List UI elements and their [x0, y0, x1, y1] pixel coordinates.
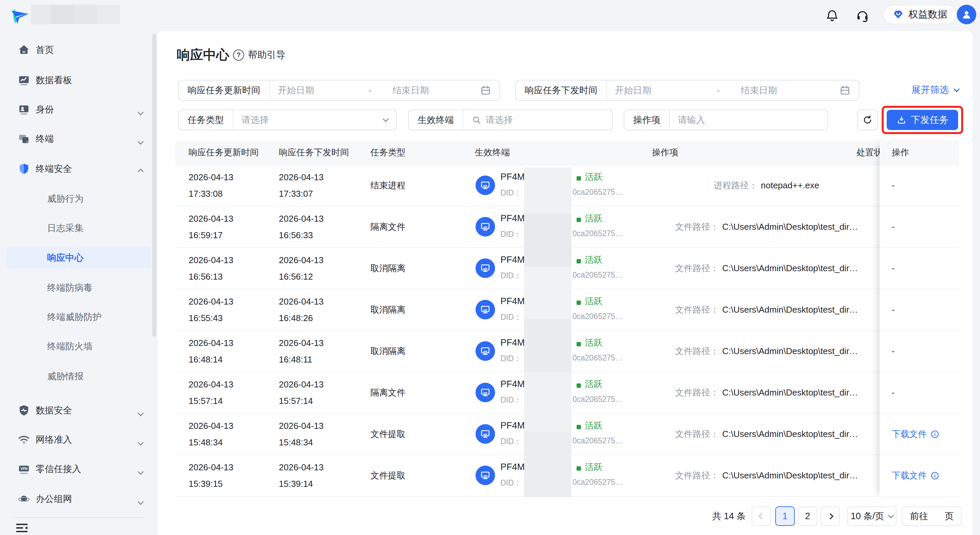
dashboard-icon	[18, 74, 30, 87]
search-icon	[471, 115, 482, 125]
filter-dispatch-time-label: 响应任务下发时间	[516, 81, 607, 100]
info-icon[interactable]	[930, 471, 940, 481]
download-file-link[interactable]: 下载文件	[892, 470, 940, 481]
sidebar-item-sub-11[interactable]: 威胁情报	[0, 365, 158, 387]
active-status-dot	[577, 176, 581, 181]
prev-page-button[interactable]	[752, 506, 771, 526]
operation-empty: -	[892, 263, 895, 274]
date-separator: -	[365, 85, 375, 96]
terminal-monitor-icon	[476, 217, 495, 237]
sidebar-item-sub-7[interactable]: 响应中心	[6, 247, 151, 269]
sidebar-item-sub-6[interactable]: 日志采集	[0, 217, 158, 239]
terminal-did-suffix: 0ca2065275…	[573, 436, 623, 445]
action-item-input[interactable]: 请输入	[670, 114, 827, 126]
start-date-placeholder[interactable]: 开始日期	[278, 84, 365, 96]
terminal-monitor-icon	[476, 466, 495, 485]
sidebar-item-sub-9[interactable]: 终端威胁防护	[0, 306, 158, 328]
sidebar-item-data-shield[interactable]: 数据安全	[0, 399, 158, 422]
expand-filters-link[interactable]: 展开筛选	[911, 84, 959, 96]
redaction-logo-text	[31, 5, 120, 24]
help-question-icon: ?	[233, 49, 244, 61]
sidebar-item-vpn[interactable]: VPN零信任接入	[0, 458, 158, 480]
goto-page-box: 前往 页	[902, 506, 962, 526]
active-status-dot	[577, 466, 581, 471]
col-operation: 操作	[880, 140, 959, 165]
sidebar-item-label: 终端安全	[36, 163, 72, 175]
dispatch-time-range-input[interactable]: 开始日期 - 结束日期	[607, 84, 859, 96]
sidebar-item-label: 零信任接入	[36, 463, 81, 475]
goto-suffix-label: 页	[945, 510, 954, 522]
terminal-status: 活跃	[585, 461, 603, 473]
sidebar-item-sub-10[interactable]: 终端防火墙	[0, 335, 158, 357]
user-avatar[interactable]	[957, 5, 976, 24]
terminal-monitor-icon	[476, 424, 495, 444]
terminal-status: 活跃	[585, 213, 603, 225]
update-time-range-input[interactable]: 开始日期 - 结束日期	[270, 84, 500, 96]
sidebar-collapse-button[interactable]	[14, 520, 30, 534]
action-item-value: notepad++.exe	[761, 180, 819, 191]
info-icon[interactable]	[930, 430, 940, 439]
filter-update-time-label: 响应任务更新时间	[179, 81, 270, 100]
start-date-placeholder[interactable]: 开始日期	[615, 84, 714, 96]
terminal-did-suffix: 0ca2065275…	[573, 229, 623, 238]
operation-empty: -	[892, 180, 895, 191]
sidebar-item-sub-8[interactable]: 终端防病毒	[0, 277, 158, 299]
calendar-icon[interactable]	[480, 84, 492, 96]
benefits-data-button[interactable]: 权益数据	[883, 5, 957, 24]
action-item-value: C:\Users\Admin\Desktop\test_dir…	[722, 304, 858, 315]
sidebar-item-sub-5[interactable]: 威胁行为	[0, 188, 158, 210]
sidebar-item-dashboard[interactable]: 数据看板	[0, 69, 158, 91]
sidebar-item-label: 网络准入	[36, 433, 72, 446]
sidebar-item-shield[interactable]: 终端安全	[0, 158, 158, 180]
notification-bell-icon[interactable]	[825, 8, 839, 22]
terminal-search-select[interactable]: 请选择	[463, 114, 612, 126]
task-type-select[interactable]: 请选择	[233, 114, 396, 126]
end-date-placeholder[interactable]: 结束日期	[723, 84, 840, 96]
end-date-placeholder[interactable]: 结束日期	[375, 84, 480, 96]
dispatch-task-label: 下发任务	[911, 113, 949, 126]
sidebar-item-label: 数据看板	[36, 74, 72, 86]
action-item-value: C:\Users\Admin\Desktop\test_dir…	[722, 387, 858, 398]
next-page-button[interactable]	[820, 506, 840, 526]
app-logo-icon	[10, 5, 30, 25]
sidebar-item-wifi[interactable]: 网络准入	[0, 428, 158, 451]
action-item-value: C:\Users\Admin\Desktop\test_dir…	[722, 263, 858, 274]
task-type-cell: 取消隔离	[371, 331, 475, 372]
active-status-dot	[577, 342, 581, 346]
terminal-status: 活跃	[585, 378, 603, 390]
col-update-time: 响应任务更新时间	[189, 140, 259, 164]
page-button-1[interactable]: 1	[775, 506, 795, 526]
sidebar-nav: 首页数据看板身份终端终端安全威胁行为日志采集响应中心终端防病毒终端威胁防护终端防…	[0, 31, 158, 535]
sidebar-item-identity[interactable]: 身份	[0, 99, 158, 121]
sidebar-divider	[13, 517, 144, 518]
dispatch-task-button[interactable]: 下发任务	[887, 110, 958, 130]
operation-cell: 下载文件	[880, 455, 959, 497]
task-type-cell: 文件提取	[371, 455, 475, 496]
task-type-cell: 文件提取	[371, 414, 475, 454]
calendar-icon[interactable]	[839, 84, 851, 96]
table-header: 响应任务更新时间 响应任务下发时间 任务类型 生效终端 操作项 处置状态	[175, 140, 959, 165]
sidebar-item-home[interactable]: 首页	[0, 39, 158, 61]
benefits-label: 权益数据	[908, 8, 947, 21]
chevron-down-icon	[138, 407, 143, 418]
operation-empty: -	[892, 346, 895, 357]
help-guide-link[interactable]: ? 帮助引导	[233, 48, 286, 61]
sidebar-item-label: 响应中心	[47, 252, 84, 264]
sidebar-scrollbar[interactable]	[152, 34, 156, 337]
sidebar-item-devices[interactable]: 终端	[0, 128, 158, 150]
operation-cell: -	[880, 290, 959, 331]
terminal-did-suffix: 0ca2065275…	[573, 353, 623, 363]
page-button-2[interactable]: 2	[798, 506, 817, 526]
dispatched-time-cell: 2026-04-1316:48:26	[279, 290, 371, 330]
terminal-status: 活跃	[585, 295, 603, 307]
download-file-link[interactable]: 下载文件	[892, 428, 940, 440]
terminal-status: 活跃	[585, 254, 603, 266]
page-size-select[interactable]: 10 条/页	[847, 506, 896, 526]
refresh-button[interactable]	[857, 110, 878, 131]
task-type-cell: 取消隔离	[371, 248, 475, 289]
chevron-left-icon	[759, 513, 764, 519]
sidebar-item-label: 终端威胁防护	[47, 311, 102, 323]
action-item-cell: 文件路径： C:\Users\Admin\Desktop\test_dir…	[652, 372, 881, 413]
support-headset-icon[interactable]	[855, 8, 870, 22]
sidebar-item-globe[interactable]: 办公组网	[0, 488, 158, 510]
